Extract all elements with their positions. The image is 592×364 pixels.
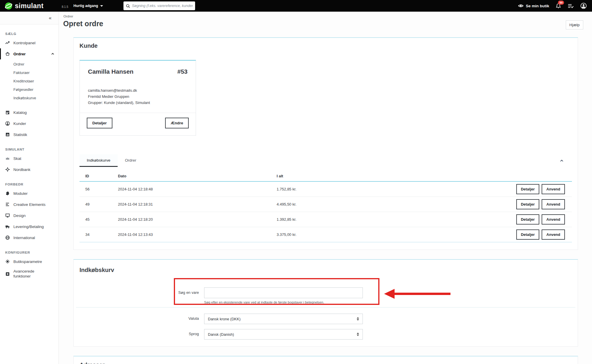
sidebar-item-label: Katalog [13,110,27,115]
sidebar-collapse[interactable]: « [0,12,59,24]
view-shop-label: Se min butik [526,4,549,8]
currency-select[interactable]: Dansk krone (DKK) [204,314,363,324]
trending-up-icon [5,40,10,45]
sidebar-subitem-fakturaer[interactable]: Fakturaer [0,68,59,77]
sidebar-item-label: Design [13,213,26,218]
col-header-dato: Dato [118,174,277,178]
sidebar-item-kontrolpanel[interactable]: Kontrolpanel [0,37,59,48]
main-content: Ordrer Opret ordre Hjælp Kunde Camilla H… [59,12,592,364]
sidebar-item-design[interactable]: Design [0,210,59,221]
puzzle-icon [5,191,10,196]
customer-groups: Grupper: Kunde (standard), Simulant [88,100,188,106]
topbar: simulant 8.1.5 Hurtig adgang Se min buti… [0,0,592,12]
global-search [123,1,195,10]
product-search-field [204,287,363,298]
sidebar-item-label: Moduler [13,191,28,196]
sidebar-item-ordrer[interactable]: Ordrer [0,48,59,59]
col-header-id: ID [79,174,118,178]
select-arrows-icon [357,333,359,336]
sidebar-item-kunder[interactable]: Kunder [0,118,59,129]
sidebar-item-katalog[interactable]: Katalog [0,107,59,118]
brand-name: simulant [15,2,44,10]
list-lines-icon [5,202,10,207]
notifications-button[interactable]: 50 [556,3,561,9]
version-label: 8.1.5 [62,5,68,8]
cart-details-button[interactable]: Detaljer [516,184,540,194]
sidebar-subitem-kreditnotaer[interactable]: Kreditnotaer [0,77,59,85]
carts-table: ID Dato I alt 56 2024-11-04 12:18:48 1.7… [79,170,572,242]
cart-use-button[interactable]: Anvend [542,214,565,225]
language-value: Dansk (Danish) [208,332,234,337]
table-row: 56 2024-11-04 12:18:48 1.752,85 kr. Deta… [79,182,572,197]
gear-icon [5,259,10,264]
sidebar-item-label: Kunder [13,121,26,126]
search-icon [126,4,130,8]
arrow-head-icon [384,289,395,299]
currency-label: Valuta [74,316,199,321]
cart-total: 1.392,85 kr. [277,217,499,222]
chevron-up-icon [51,52,54,56]
sidebar-item-butiksparametre[interactable]: Butiksparametre [0,256,59,267]
tab-ordrer[interactable]: Ordrer [118,154,144,167]
collapse-section-icon[interactable] [560,159,564,163]
tab-indkobskurve[interactable]: Indkøbskurve [79,154,118,167]
sidebar-item-label: Creative Elements [13,202,45,207]
sidebar-item-international[interactable]: International [0,232,59,243]
sidebar-item-label: Kontrolpanel [13,41,36,45]
cart-details-button[interactable]: Detaljer [516,199,540,209]
language-label: Sprog [74,332,199,336]
brand-logo[interactable]: simulant [0,2,59,10]
sidebar-subitem-indkobskurve[interactable]: Indkøbskurve [0,94,59,102]
sidebar-item-avancerede-funktioner[interactable]: Avancerede funktioner [0,267,59,281]
sidebar-item-skat[interactable]: Skat [0,153,59,164]
sidebar-item-moduler[interactable]: Moduler [0,188,59,199]
cart-use-button[interactable]: Anvend [542,229,565,240]
quick-access-dropdown[interactable]: Hurtig adgang [73,4,103,8]
brand-globe-icon [5,2,13,10]
cart-id: 45 [79,217,118,222]
customer-change-button[interactable]: Ændre [165,118,189,128]
cart-use-button[interactable]: Anvend [542,184,565,194]
customer-email: camilla.hansen@testmails.dk [88,87,188,93]
sidebar-item-nordbank[interactable]: Nordbank [0,164,59,175]
sidebar-subitem-ordrer[interactable]: Ordrer [0,60,59,68]
person-icon [5,121,10,126]
cart-date: 2024-11-04 12:18:31 [118,202,277,206]
table-row: 45 2024-11-04 12:18:20 1.392,85 kr. Deta… [79,212,572,227]
customer-card: Camilla Hansen #53 camilla.hansen@testma… [79,60,196,136]
annotation-arrow [384,289,451,299]
cart-details-button[interactable]: Detaljer [516,214,540,225]
cart-total: 4.495,50 kr. [277,202,499,206]
customer-name: Camilla Hansen [88,68,133,75]
customer-panel: Kunde Camilla Hansen #53 camilla.hansen@… [73,37,578,250]
collapse-sidebar-icon: « [49,15,52,21]
sidebar-item-label: Skat [13,156,21,161]
form-divider [76,307,575,308]
currency-value: Dansk krone (DKK) [208,317,241,321]
language-select[interactable]: Dansk (Danish) [204,329,363,340]
sidebar-section-saelg: SÆLG [0,32,59,36]
view-shop-link[interactable]: Se min butik [518,3,549,8]
sidebar-item-label: Butiksparametre [13,259,42,264]
customer-card-header: Camilla Hansen #53 [80,61,196,75]
sidebar-item-creative-elements[interactable]: Creative Elements [0,199,59,210]
breadcrumb[interactable]: Ordrer [63,15,73,18]
account-button[interactable] [580,3,587,9]
search-input[interactable] [132,4,193,8]
orders-notifications-button[interactable] [568,3,574,8]
customer-card-body: camilla.hansen@testmails.dk Fremtid Medi… [80,75,196,113]
product-search-input[interactable] [204,288,363,298]
cart-details-button[interactable]: Detaljer [516,229,540,240]
sidebar-item-levering-betaling[interactable]: Levering/Betaling [0,221,59,232]
sidebar-item-statistik[interactable]: Statistik [0,129,59,140]
cart-total: 1.752,85 kr. [277,187,499,191]
customer-details-button[interactable]: Detaljer [87,118,112,128]
cart-use-button[interactable]: Anvend [542,199,565,209]
cart-id: 56 [79,187,118,191]
sidebar-subitem-folgesedler[interactable]: Følgesedler [0,85,59,94]
help-button[interactable]: Hjælp [566,20,583,29]
advanced-settings-icon [5,272,10,276]
truck-icon [5,224,10,229]
globe-icon [5,235,10,240]
table-row: 34 2024-11-04 12:13:43 3.375,00 kr. Deta… [79,227,572,242]
